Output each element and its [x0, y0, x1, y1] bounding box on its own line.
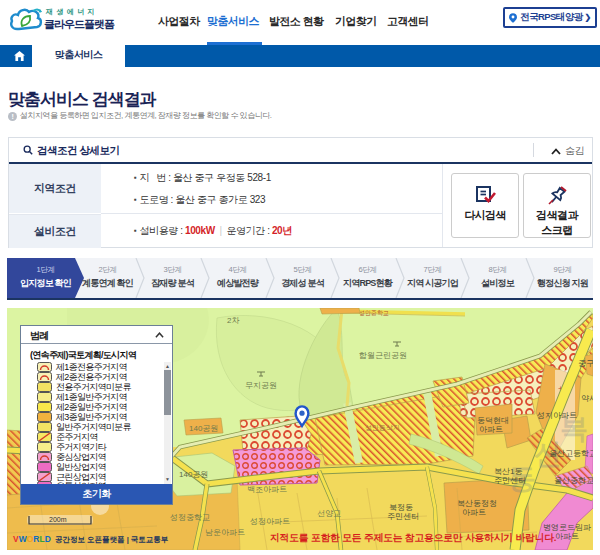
svg-text:성안동삭지: 성안동삭지	[365, 424, 400, 432]
svg-text:동덕현대: 동덕현대	[477, 416, 509, 425]
svg-text:아파트: 아파트	[462, 508, 486, 517]
svg-text:VWORLD: VWORLD	[13, 534, 51, 544]
svg-text:북정동: 북정동	[389, 503, 413, 512]
svg-text:140공원: 140공원	[179, 470, 208, 479]
svg-text:선양교: 선양교	[317, 509, 341, 518]
svg-text:울산중학교: 울산중학교	[554, 476, 593, 485]
svg-text:아파트: 아파트	[555, 532, 579, 541]
svg-text:200m: 200m	[49, 516, 67, 523]
svg-text:약사동: 약사동	[581, 394, 593, 403]
svg-text:복산1동: 복산1동	[494, 467, 522, 476]
svg-text:성정아파트: 성정아파트	[250, 517, 290, 526]
svg-text:성안중학교: 성안중학교	[359, 310, 389, 317]
svg-text:중구청: 중구청	[578, 359, 593, 368]
svg-text:함월근린공원: 함월근린공원	[359, 351, 407, 360]
svg-text:지적도를 포함한 모든 주제도는 참고용으로만 사용하시기: 지적도를 포함한 모든 주제도는 참고용으로만 사용하시기 바랍니다.	[270, 532, 557, 543]
svg-text:남운아파트: 남운아파트	[205, 528, 245, 537]
svg-text:2차: 2차	[227, 316, 239, 325]
svg-text:백조아파트: 백조아파트	[247, 485, 287, 494]
svg-text:140공원: 140공원	[189, 424, 218, 433]
svg-text:주민센터: 주민센터	[494, 476, 526, 485]
svg-text:성지아파트: 성지아파트	[537, 411, 577, 420]
svg-text:울산고등학교: 울산고등학교	[549, 449, 593, 458]
svg-text:주민센터: 주민센터	[387, 512, 419, 521]
svg-text:무지공원: 무지공원	[245, 381, 277, 390]
svg-text:병영로드림파: 병영로드림파	[543, 523, 591, 532]
svg-text:아파트: 아파트	[479, 425, 503, 434]
svg-text:공간정보 오픈플랫폼 | 국토교통부: 공간정보 오픈플랫폼 | 국토교통부	[55, 535, 169, 544]
svg-text:복산동정청: 복산동정청	[457, 499, 497, 508]
svg-text:성정중학교: 성정중학교	[170, 513, 210, 522]
